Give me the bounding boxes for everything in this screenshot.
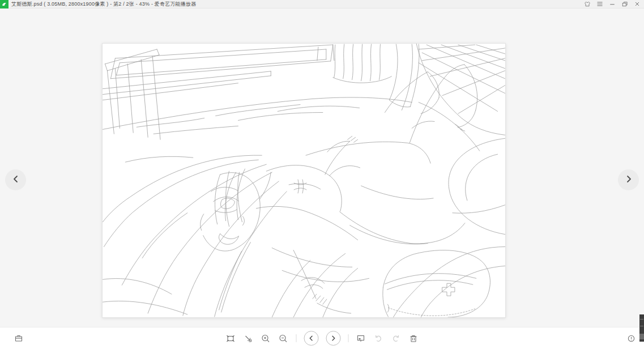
bottom-toolbar [0, 327, 644, 349]
toolbox-icon[interactable] [14, 333, 24, 343]
undo-icon[interactable] [373, 333, 383, 343]
zoom-out-icon[interactable] [278, 333, 288, 343]
window-controls [583, 1, 644, 8]
toolbar-divider [348, 334, 348, 342]
close-icon[interactable] [633, 1, 641, 8]
chevron-left-icon [11, 174, 20, 185]
next-page-button[interactable] [618, 169, 639, 190]
delete-icon[interactable] [408, 333, 419, 343]
scrollbar-thumb[interactable] [639, 314, 644, 342]
prev-page-button[interactable] [5, 169, 26, 190]
prev-image-button[interactable] [304, 331, 318, 346]
image-tools [225, 331, 419, 346]
app-logo-icon [0, 0, 8, 8]
info-icon[interactable] [626, 333, 636, 343]
line-art-illustration [103, 44, 505, 317]
minimize-icon[interactable] [608, 1, 616, 8]
redo-icon[interactable] [391, 333, 401, 343]
chevron-right-icon [624, 174, 633, 185]
next-image-button[interactable] [326, 331, 340, 346]
player-window: 艾斯德斯.psd ( 3.05MB, 2800x1900像素 ) - 第2 / … [0, 0, 644, 349]
wallpaper-icon[interactable] [356, 333, 366, 343]
actual-size-icon[interactable] [243, 333, 253, 343]
skin-icon[interactable] [583, 1, 591, 8]
zoom-in-icon[interactable] [261, 333, 271, 343]
fit-screen-icon[interactable] [225, 333, 236, 343]
image-canvas[interactable] [102, 43, 506, 318]
restore-icon[interactable] [621, 1, 628, 8]
window-title: 艾斯德斯.psd ( 3.05MB, 2800x1900像素 ) - 第2 / … [11, 1, 196, 8]
toolbar-divider [296, 334, 296, 342]
titlebar: 艾斯德斯.psd ( 3.05MB, 2800x1900像素 ) - 第2 / … [0, 0, 644, 8]
menu-icon[interactable] [596, 1, 603, 8]
viewer-area [0, 9, 644, 327]
